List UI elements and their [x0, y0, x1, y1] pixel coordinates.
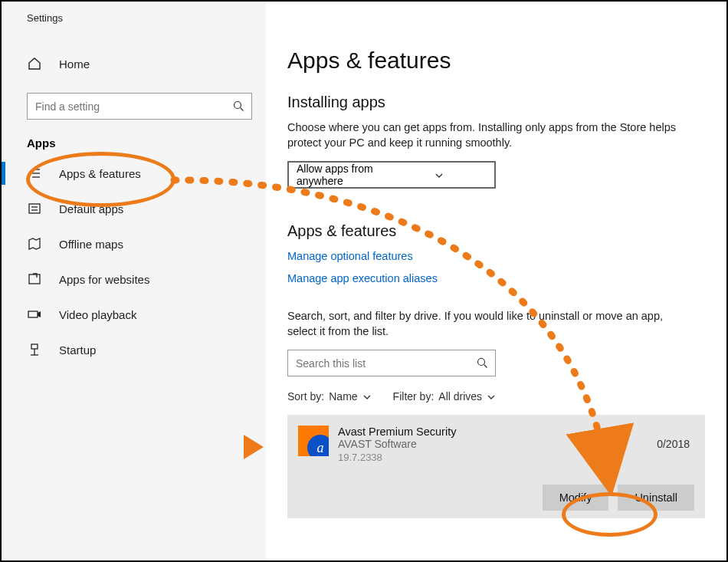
sidebar-item-label: Video playback	[59, 308, 136, 321]
sidebar-item-default-apps[interactable]: Default apps	[2, 191, 266, 226]
sidebar-item-apps-features[interactable]: Apps & features	[2, 156, 266, 191]
defaults-icon	[27, 201, 42, 216]
sidebar-item-startup[interactable]: Startup	[2, 332, 266, 367]
sidebar-item-label: Startup	[59, 343, 96, 357]
app-card[interactable]: a Avast Premium Security AVAST Software …	[287, 415, 705, 518]
filter-desc: Search, sort, and filter by drive. If yo…	[287, 309, 686, 339]
svg-point-17	[477, 359, 484, 366]
link-optional-features[interactable]: Manage optional features	[287, 250, 413, 262]
sidebar-item-video-playback[interactable]: Video playback	[2, 297, 266, 332]
search-list-box[interactable]	[287, 350, 496, 376]
search-list-input[interactable]	[288, 357, 469, 370]
search-icon	[469, 357, 495, 369]
sidebar-item-label: Apps for websites	[59, 273, 149, 286]
modify-button[interactable]: Modify	[543, 485, 609, 511]
window-title: Settings	[2, 12, 266, 24]
sidebar-section-header: Apps	[2, 120, 266, 156]
find-setting-search[interactable]	[27, 93, 252, 120]
apps-features-heading: Apps & features	[287, 222, 705, 240]
chevron-down-icon	[392, 170, 487, 179]
app-name: Avast Premium Security	[338, 426, 694, 438]
link-app-icon	[27, 271, 42, 287]
home-icon	[27, 56, 42, 71]
app-date: 0/2018	[657, 438, 690, 450]
svg-rect-14	[31, 344, 38, 349]
app-publisher: AVAST Software	[338, 438, 694, 450]
sidebar-item-offline-maps[interactable]: Offline maps	[2, 226, 266, 261]
dropdown-value: Allow apps from anywhere	[297, 163, 392, 187]
find-setting-input[interactable]	[28, 100, 225, 113]
main-content: Apps & features Installing apps Choose w…	[266, 2, 726, 560]
uninstall-button[interactable]: Uninstall	[618, 485, 694, 511]
video-icon	[27, 307, 42, 322]
installing-apps-desc: Choose where you can get apps from. Inst…	[287, 120, 686, 150]
svg-line-1	[240, 108, 243, 111]
chevron-down-icon	[362, 392, 372, 401]
sidebar: Settings Home Apps Apps & features Defa	[2, 2, 266, 560]
startup-icon	[27, 342, 42, 357]
sidebar-item-label: Apps & features	[59, 167, 141, 180]
install-source-dropdown[interactable]: Allow apps from anywhere	[287, 161, 496, 189]
sort-value: Name	[329, 390, 357, 403]
app-icon: a	[298, 426, 329, 456]
link-execution-aliases[interactable]: Manage app execution aliases	[287, 272, 438, 284]
svg-point-0	[234, 102, 241, 109]
sidebar-item-apps-websites[interactable]: Apps for websites	[2, 261, 266, 297]
sort-label: Sort by:	[287, 390, 324, 403]
sidebar-item-label: Default apps	[59, 202, 123, 215]
svg-rect-12	[28, 311, 38, 317]
filter-picker[interactable]: Filter by: All drives	[393, 390, 496, 403]
home-nav[interactable]: Home	[2, 50, 266, 77]
sidebar-item-label: Offline maps	[59, 238, 123, 251]
sort-picker[interactable]: Sort by: Name	[287, 390, 372, 403]
map-icon	[27, 236, 42, 251]
app-version: 19.7.2338	[338, 452, 694, 463]
list-icon	[27, 166, 42, 181]
search-icon	[225, 100, 251, 112]
installing-apps-heading: Installing apps	[287, 94, 705, 111]
page-title: Apps & features	[287, 48, 705, 74]
svg-rect-11	[29, 274, 40, 284]
svg-rect-8	[29, 204, 40, 213]
filter-value: All drives	[438, 390, 482, 403]
chevron-down-icon	[487, 392, 496, 401]
filter-label: Filter by:	[393, 390, 435, 403]
svg-line-18	[484, 365, 487, 368]
home-label: Home	[59, 58, 90, 71]
